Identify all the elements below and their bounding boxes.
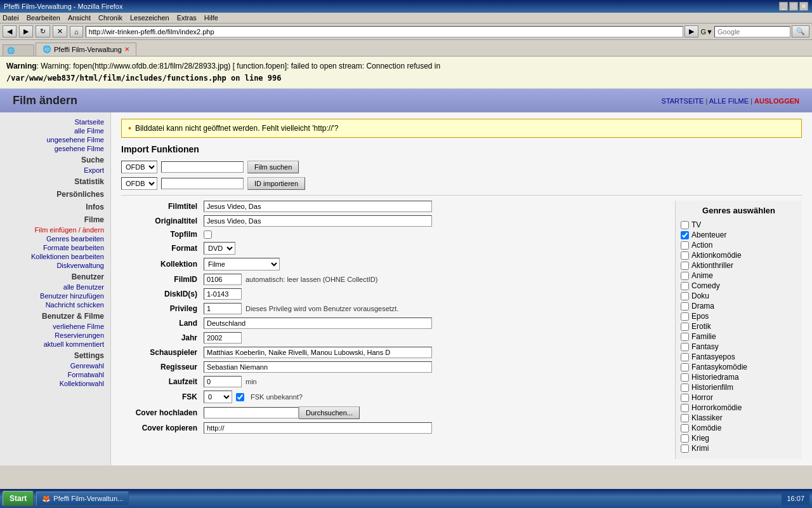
cover-upload-input[interactable] bbox=[204, 407, 299, 418]
genre-klassiker-label: Klassiker bbox=[691, 413, 723, 422]
genre-comedy-checkbox[interactable] bbox=[681, 282, 689, 290]
genre-fantasykomoedie-checkbox[interactable] bbox=[681, 363, 689, 371]
topfilm-checkbox[interactable] bbox=[204, 231, 212, 239]
import-select-2[interactable]: OFDB bbox=[121, 177, 157, 190]
sidebar-heading-infos[interactable]: Infos bbox=[0, 200, 110, 213]
sidebar-heading-suche[interactable]: Suche bbox=[0, 153, 110, 166]
durchsuchen-button[interactable]: Durchsuchen... bbox=[299, 406, 360, 419]
alle-filme-link[interactable]: ALLE FILME bbox=[709, 97, 749, 105]
sidebar-heading-statistik[interactable]: Statistik bbox=[0, 175, 110, 187]
privileg-input[interactable] bbox=[204, 303, 242, 314]
sidebar-item-genres-bearbeiten[interactable]: Genres bearbeiten bbox=[0, 234, 110, 243]
sidebar-item-alle-filme[interactable]: alle Filme bbox=[0, 126, 110, 135]
menu-bar: Datei Bearbeiten Ansicht Chronik Lesezei… bbox=[0, 13, 812, 23]
import-search-input[interactable] bbox=[161, 161, 244, 173]
fsk-unknown-checkbox[interactable] bbox=[236, 393, 244, 401]
forward-button[interactable]: ▶ bbox=[19, 25, 33, 37]
genre-krieg-checkbox[interactable] bbox=[681, 434, 689, 443]
cover-copy-input[interactable] bbox=[204, 422, 432, 434]
genre-historienfilm-checkbox[interactable] bbox=[681, 384, 689, 392]
search-input[interactable] bbox=[714, 26, 790, 37]
film-suchen-button[interactable]: Film suchen bbox=[247, 161, 299, 173]
sidebar-item-alle-benutzer[interactable]: alle Benutzer bbox=[0, 283, 110, 291]
id-importieren-button[interactable]: ID importieren bbox=[247, 177, 305, 190]
sidebar-item-startseite[interactable]: Startseite bbox=[0, 117, 110, 126]
menu-hilfe[interactable]: Hilfe bbox=[204, 14, 218, 22]
jahr-input[interactable] bbox=[204, 332, 242, 344]
stop-button[interactable]: ✕ bbox=[53, 25, 67, 37]
sidebar-item-export[interactable]: Export bbox=[0, 166, 110, 175]
filmtitel-input[interactable] bbox=[204, 201, 432, 212]
genre-horror-checkbox[interactable] bbox=[681, 394, 689, 402]
land-input[interactable] bbox=[204, 318, 432, 329]
search-button[interactable]: 🔍 bbox=[792, 25, 809, 37]
menu-lesezeichen[interactable]: Lesezeichen bbox=[130, 14, 169, 22]
genre-tv-checkbox[interactable] bbox=[681, 221, 689, 229]
sidebar-item-kollektionwahl[interactable]: Kollektionwahl bbox=[0, 379, 110, 388]
startseite-link[interactable]: STARTSEITE bbox=[662, 97, 704, 105]
sidebar-item-genrewahl[interactable]: Genrewahl bbox=[0, 361, 110, 370]
genre-aktionthriller-checkbox[interactable] bbox=[681, 262, 689, 270]
sidebar-item-benutzer-hinzufuegen[interactable]: Benutzer hinzufügen bbox=[0, 291, 110, 300]
genre-krimi-checkbox[interactable] bbox=[681, 444, 689, 453]
genre-familie-checkbox[interactable] bbox=[681, 333, 689, 341]
tab-blank[interactable]: 🌐 bbox=[3, 44, 34, 56]
genre-epos-checkbox[interactable] bbox=[681, 312, 689, 321]
genre-horrorkomoedie-checkbox[interactable] bbox=[681, 404, 689, 412]
sidebar-heading-persoenliches[interactable]: Persönliches bbox=[0, 187, 110, 200]
genre-aktionkomoedie-checkbox[interactable] bbox=[681, 251, 689, 260]
filmid-input[interactable] bbox=[204, 274, 242, 285]
sidebar-item-ungesehene[interactable]: ungesehene Filme bbox=[0, 135, 110, 144]
tab-blank-icon: 🌐 bbox=[7, 47, 15, 54]
menu-ansicht[interactable]: Ansicht bbox=[68, 14, 91, 22]
regisseur-input[interactable] bbox=[204, 361, 432, 373]
genre-drama-checkbox[interactable] bbox=[681, 302, 689, 311]
sidebar-item-verliehene[interactable]: verliehene Filme bbox=[0, 322, 110, 331]
genre-fantasy-checkbox[interactable] bbox=[681, 343, 689, 351]
genre-komoedie-checkbox[interactable] bbox=[681, 424, 689, 432]
sidebar-item-formate-bearbeiten[interactable]: Formate bearbeiten bbox=[0, 243, 110, 252]
menu-bearbeiten[interactable]: Bearbeiten bbox=[27, 14, 60, 22]
close-btn[interactable]: ✕ bbox=[799, 2, 808, 11]
reload-button[interactable]: ↻ bbox=[36, 25, 50, 37]
import-select-1[interactable]: OFDB bbox=[121, 161, 157, 173]
sidebar-item-nachricht-schicken[interactable]: Nachricht schicken bbox=[0, 300, 110, 309]
originaltitel-input[interactable] bbox=[204, 215, 432, 227]
genre-action-checkbox[interactable] bbox=[681, 241, 689, 250]
menu-extras[interactable]: Extras bbox=[177, 14, 197, 22]
tab-pfeffi[interactable]: 🌐 Pfeffi Film-Verwaltung ✕ bbox=[36, 43, 136, 56]
sidebar-heading-settings[interactable]: Settings bbox=[0, 349, 110, 361]
address-input[interactable] bbox=[86, 26, 683, 37]
privileg-label: Privileg bbox=[121, 304, 204, 313]
sidebar-item-kollektionen-bearbeiten[interactable]: Kollektionen bearbeiten bbox=[0, 252, 110, 261]
sidebar-item-reservierungen[interactable]: Reservierungen bbox=[0, 331, 110, 340]
schauspieler-input[interactable] bbox=[204, 347, 432, 358]
sidebar-item-gesehene[interactable]: gesehene Filme bbox=[0, 144, 110, 153]
sidebar-item-film-einfuegen[interactable]: Film einfügen / ändern bbox=[0, 225, 110, 234]
sidebar-item-diskverwaltung[interactable]: Diskverwaltung bbox=[0, 261, 110, 270]
genre-anime-checkbox[interactable] bbox=[681, 272, 689, 280]
sidebar-item-formatwahl[interactable]: Formatwahl bbox=[0, 370, 110, 379]
genre-abenteuer-checkbox[interactable] bbox=[681, 231, 689, 239]
minimize-btn[interactable]: _ bbox=[779, 2, 788, 11]
home-button[interactable]: ⌂ bbox=[70, 26, 83, 37]
format-select[interactable]: DVD bbox=[204, 242, 235, 255]
genre-klassiker-checkbox[interactable] bbox=[681, 414, 689, 422]
genre-historiedrama-checkbox[interactable] bbox=[681, 373, 689, 382]
import-id-input[interactable] bbox=[161, 178, 244, 189]
menu-chronik[interactable]: Chronik bbox=[98, 14, 122, 22]
go-button[interactable]: ▶ bbox=[684, 25, 698, 37]
laufzeit-input[interactable] bbox=[204, 376, 242, 387]
sidebar-item-aktuell-kommentiert[interactable]: aktuell kommentiert bbox=[0, 340, 110, 349]
maximize-btn[interactable]: □ bbox=[789, 2, 798, 11]
genre-doku-checkbox[interactable] bbox=[681, 292, 689, 300]
kollektion-select[interactable]: Filme bbox=[204, 258, 280, 271]
genre-erotik-checkbox[interactable] bbox=[681, 323, 689, 331]
menu-datei[interactable]: Datei bbox=[3, 14, 19, 22]
genre-fantasyepos-checkbox[interactable] bbox=[681, 353, 689, 361]
logout-link[interactable]: AUSLOGGEN bbox=[754, 97, 799, 105]
back-button[interactable]: ◀ bbox=[3, 25, 16, 37]
tab-close-icon[interactable]: ✕ bbox=[124, 46, 129, 53]
fsk-select[interactable]: 0 bbox=[204, 391, 232, 403]
diskid-input[interactable] bbox=[204, 288, 242, 300]
